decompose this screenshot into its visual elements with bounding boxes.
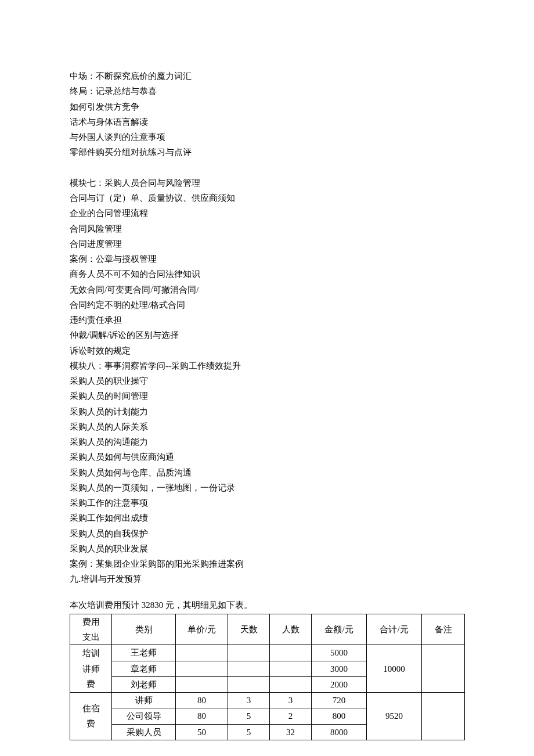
cell-amount: 3000: [312, 661, 367, 676]
body-line: 与外国人谈判的注意事项: [70, 129, 464, 145]
cell-unit-price: [176, 676, 228, 692]
body-line: 采购人员的人际关系: [70, 419, 464, 434]
cell-amount: 720: [312, 693, 367, 708]
body-line: 采购工作如何出成绩: [70, 510, 464, 525]
cell-days: 3: [228, 693, 270, 708]
cell-days: [228, 661, 270, 676]
body-line: 采购人员的自我保护: [70, 526, 464, 541]
body-line: 采购工作的注意事项: [70, 495, 464, 510]
body-line: 采购人员的沟通能力: [70, 434, 464, 449]
body-line: 合同约定不明的处理/格式合同: [70, 297, 464, 312]
body-line: 无效合同/可变更合同/可撤消合同/: [70, 282, 464, 297]
cell-days: [228, 676, 270, 692]
cell-days: [228, 645, 270, 661]
cell-subtotal: 10000: [367, 645, 422, 693]
cell-people: [270, 645, 312, 661]
cell-category: 刘老师: [112, 676, 176, 692]
body-line: 采购人员如何与仓库、品质沟通: [70, 465, 464, 480]
body-line: 九.培训与开发预算: [70, 571, 464, 586]
body-line: 采购人员如何与供应商沟通: [70, 449, 464, 465]
body-line: 采购人员的职业发展: [70, 541, 464, 556]
cell-subtotal: 9520: [367, 693, 422, 740]
cell-category: 采购人员: [112, 724, 176, 740]
cell-unit-price: [176, 645, 228, 661]
cell-amount: 800: [312, 708, 367, 724]
body-line: 合同与订（定）单、质量协议、供应商须知: [70, 190, 464, 206]
body-line: 违约责任承担: [70, 312, 464, 327]
body-line: 采购人员的职业操守: [70, 373, 464, 388]
cell-days: 5: [228, 724, 270, 740]
cell-category: 讲师: [112, 693, 176, 708]
header-remark: 备注: [422, 614, 465, 645]
header-expense: 费用支出: [70, 614, 112, 645]
body-line: 诉讼时效的规定: [70, 343, 464, 358]
body-line: 合同风险管理: [70, 221, 464, 236]
cell-people: 32: [270, 724, 312, 740]
body-line: 案例：公章与授权管理: [70, 251, 464, 267]
cell-amount: 2000: [312, 676, 367, 692]
document-page: 中场：不断探究底价的魔力词汇终局：记录总结与恭喜如何引发供方竞争话术与身体语言解…: [0, 0, 534, 756]
cell-people: 2: [270, 708, 312, 724]
cell-category: 章老师: [112, 661, 176, 676]
budget-summary-line: 本次培训费用预计 32830 元，其明细见如下表。: [70, 597, 464, 613]
cell-days: 5: [228, 708, 270, 724]
body-line: 商务人员不可不知的合同法律知识: [70, 267, 464, 282]
body-line: 采购人员的时间管理: [70, 388, 464, 404]
cell-unit-price: 80: [176, 693, 228, 708]
cell-people: [270, 676, 312, 692]
body-line: 终局：记录总结与恭喜: [70, 84, 464, 99]
header-total: 合计/元: [367, 614, 422, 645]
cell-remark: [422, 645, 465, 693]
body-line: 如何引发供方竞争: [70, 99, 464, 114]
cell-category: 公司领导: [112, 708, 176, 724]
header-unit-price: 单价/元: [176, 614, 228, 645]
cell-amount: 5000: [312, 645, 367, 661]
body-line: 模块七：采购人员合同与风险管理: [70, 175, 464, 190]
body-line: 合同进度管理: [70, 236, 464, 251]
blank-line: [70, 160, 464, 175]
body-line: 话术与身体语言解读: [70, 114, 464, 129]
body-line: 零部件购买分组对抗练习与点评: [70, 145, 464, 160]
cell-remark: [422, 693, 465, 740]
header-people: 人数: [270, 614, 312, 645]
header-row: 费用支出类别单价/元天数人数金额/元合计/元备注: [70, 614, 465, 645]
cell-unit-price: [176, 661, 228, 676]
cell-amount: 8000: [312, 724, 367, 740]
body-line: 案例：某集团企业采购部的阳光采购推进案例: [70, 556, 464, 571]
body-line: 模块八：事事洞察皆学问--采购工作绩效提升: [70, 358, 464, 373]
header-amount: 金额/元: [312, 614, 367, 645]
text-block-1: 中场：不断探究底价的魔力词汇终局：记录总结与恭喜如何引发供方竞争话术与身体语言解…: [70, 69, 464, 160]
group-label: 住宿费: [70, 693, 112, 740]
text-block-2: 模块七：采购人员合同与风险管理合同与订（定）单、质量协议、供应商须知企业的合同管…: [70, 175, 464, 587]
body-line: 企业的合同管理流程: [70, 206, 464, 221]
body-line: 中场：不断探究底价的魔力词汇: [70, 69, 464, 84]
cell-category: 王老师: [112, 645, 176, 661]
body-line: 仲裁/调解/诉讼的区别与选择: [70, 327, 464, 343]
table-row: 培训讲师费王老师500010000: [70, 645, 465, 661]
group-label: 培训讲师费: [70, 645, 112, 693]
body-line: 采购人员的计划能力: [70, 404, 464, 419]
cell-people: 3: [270, 693, 312, 708]
cell-unit-price: 50: [176, 724, 228, 740]
cell-unit-price: 80: [176, 708, 228, 724]
cell-people: [270, 661, 312, 676]
budget-table: 费用支出类别单价/元天数人数金额/元合计/元备注培训讲师费王老师50001000…: [70, 614, 465, 740]
table-row: 住宿费讲师80337209520: [70, 693, 465, 708]
header-category: 类别: [112, 614, 176, 645]
body-line: 采购人员的一页须知，一张地图，一份记录: [70, 480, 464, 495]
header-days: 天数: [228, 614, 270, 645]
